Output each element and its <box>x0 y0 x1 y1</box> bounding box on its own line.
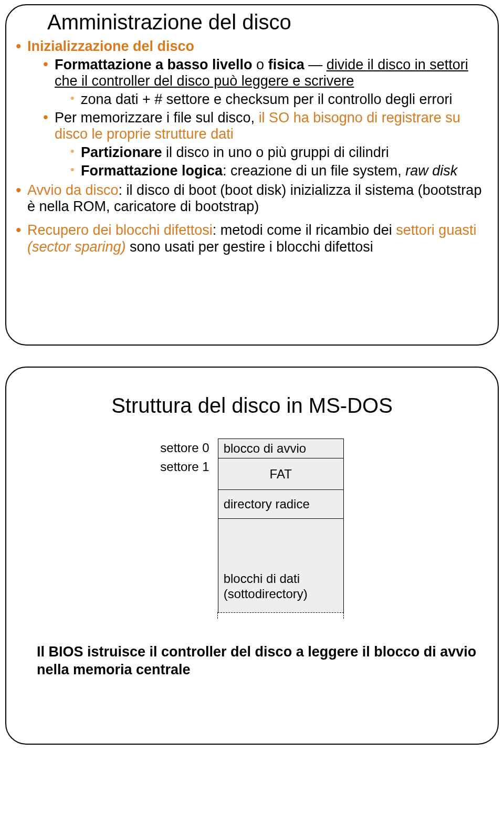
text-rec-rest: sono usati per gestire i blocchi difetto… <box>126 239 373 255</box>
cell-root: directory radice <box>218 489 344 519</box>
cell-data-l1: blocchi di dati <box>224 571 300 586</box>
item-init-disco: Inizializzazione del disco Formattazione… <box>16 38 488 179</box>
item-recupero: Recupero dei blocchi difettosi: metodi c… <box>16 222 488 255</box>
text-avvio-lead: Avvio da disco <box>27 182 119 198</box>
item-zona-dati: zona dati + # settore e checksum per il … <box>70 91 488 108</box>
disk-layout-column: blocco di avvio FAT directory radice blo… <box>218 439 344 612</box>
sublist-fmt: zona dati + # settore e checksum per il … <box>55 91 488 108</box>
label-sector-0: settore 0 <box>160 439 209 457</box>
text-rec-orange: settori guasti <box>396 222 476 238</box>
text-rec-lead: Recupero dei blocchi difettosi <box>27 222 213 238</box>
text-init-lead: Inizializzazione del disco <box>27 38 194 54</box>
item-avvio: Avvio da disco: il disco di boot (boot d… <box>16 182 488 215</box>
text-fmtlog-rest: : creazione di un file system, <box>223 163 405 179</box>
text-zona-dati: zona dati + # settore e checksum per il … <box>81 91 453 107</box>
cell-boot: blocco di avvio <box>218 439 344 458</box>
item-fmt-basso: Formattazione a basso livello o fisica —… <box>43 57 488 108</box>
text-part-rest: il disco in uno o più gruppi di cilindri <box>162 144 389 160</box>
text-fmt-mid1: o <box>253 57 268 72</box>
slide1-list: Inizializzazione del disco Formattazione… <box>16 38 488 255</box>
text-fmt-lead: Formattazione a basso livello <box>55 57 253 72</box>
sector-labels: settore 0 settore 1 <box>160 439 209 476</box>
sublist-init: Formattazione a basso livello o fisica —… <box>27 57 488 179</box>
text-rec-it: (sector sparing) <box>27 239 126 255</box>
slide-1: Amministrazione del disco Inizializzazio… <box>5 4 499 346</box>
slide1-title: Amministrazione del disco <box>47 11 488 34</box>
text-fmt-bold2: fisica <box>268 57 304 72</box>
text-rec-mid: : metodi come il ricambio dei <box>213 222 396 238</box>
text-mem-pre: Per memorizzare i file sul disco, <box>55 110 259 126</box>
slide2-footer: Il BIOS istruisce il controller del disc… <box>37 643 488 679</box>
item-memorizzare: Per memorizzare i file sul disco, il SO … <box>43 110 488 179</box>
label-sector-1: settore 1 <box>160 457 209 476</box>
item-partizionare: Partizionare il disco in uno o più grupp… <box>70 144 488 161</box>
cell-fat: FAT <box>218 458 344 490</box>
cell-data-l2: (sottodirectory) <box>224 587 308 601</box>
text-part-lead: Partizionare <box>81 144 162 160</box>
item-fmt-logica: Formattazione logica: creazione di un fi… <box>70 163 488 179</box>
text-fmt-mid2: — <box>304 57 327 72</box>
cell-data: blocchi di dati (sottodirectory) <box>218 518 344 613</box>
text-fmtlog-it: raw disk <box>405 163 457 179</box>
sublist-mem: Partizionare il disco in uno o più grupp… <box>55 144 488 179</box>
cell-data-label: blocchi di dati (sottodirectory) <box>224 571 308 602</box>
diagram: settore 0 settore 1 blocco di avvio FAT … <box>16 439 488 612</box>
text-fmtlog-lead: Formattazione logica <box>81 163 223 179</box>
slide2-title: Struttura del disco in MS-DOS <box>16 394 488 418</box>
slide-2: Struttura del disco in MS-DOS settore 0 … <box>5 367 499 745</box>
